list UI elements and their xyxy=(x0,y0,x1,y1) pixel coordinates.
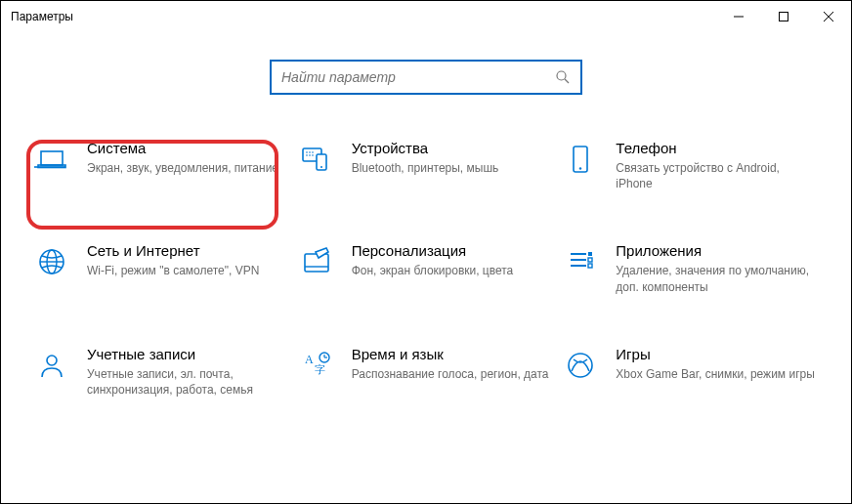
tile-title: Персонализация xyxy=(352,242,554,259)
search-area xyxy=(1,60,851,95)
tile-title: Приложения xyxy=(616,242,818,259)
tile-desc: Распознавание голоса, регион, дата xyxy=(352,366,554,382)
accounts-icon xyxy=(34,348,69,383)
tile-title: Учетные записи xyxy=(87,346,289,362)
tile-personalization[interactable]: Персонализация Фон, экран блокировки, цв… xyxy=(299,242,554,294)
svg-text:A: A xyxy=(305,353,314,366)
svg-point-17 xyxy=(312,154,314,156)
tile-system[interactable]: Система Экран, звук, уведомления, питани… xyxy=(34,140,289,191)
tile-desc: Экран, звук, уведомления, питание xyxy=(87,160,289,176)
tile-desc: Связать устройство с Android, iPhone xyxy=(616,160,818,191)
tile-title: Устройства xyxy=(352,140,554,156)
tile-desc: Bluetooth, принтеры, мышь xyxy=(352,160,554,176)
svg-rect-30 xyxy=(588,264,592,268)
tile-apps[interactable]: Приложения Удаление, значения по умолчан… xyxy=(563,242,818,294)
svg-point-12 xyxy=(306,151,308,153)
svg-point-31 xyxy=(47,356,57,365)
svg-point-11 xyxy=(320,166,322,168)
svg-rect-28 xyxy=(588,252,592,256)
settings-grid: Система Экран, звук, уведомления, питани… xyxy=(1,95,851,398)
svg-line-5 xyxy=(565,79,569,83)
devices-icon xyxy=(299,142,334,177)
laptop-icon xyxy=(34,142,69,177)
titlebar: Параметры xyxy=(1,1,851,32)
svg-point-19 xyxy=(579,167,581,169)
tile-desc: Учетные записи, эл. почта, синхронизация… xyxy=(87,366,289,398)
tile-accounts[interactable]: Учетные записи Учетные записи, эл. почта… xyxy=(34,346,289,398)
gaming-icon xyxy=(563,348,598,383)
apps-icon xyxy=(563,244,598,279)
tile-time-language[interactable]: A字 Время и язык Распознавание голоса, ре… xyxy=(299,346,554,398)
svg-point-13 xyxy=(309,151,311,153)
svg-point-37 xyxy=(569,354,592,377)
tile-gaming[interactable]: Игры Xbox Game Bar, снимки, режим игры xyxy=(563,346,818,398)
svg-rect-29 xyxy=(588,258,592,262)
svg-point-4 xyxy=(557,71,566,80)
minimize-button[interactable] xyxy=(716,1,761,32)
tile-desc: Xbox Game Bar, снимки, режим игры xyxy=(616,366,818,382)
svg-point-16 xyxy=(309,154,311,156)
tile-title: Система xyxy=(87,140,289,156)
search-icon xyxy=(555,69,571,85)
search-input[interactable] xyxy=(281,69,555,85)
tile-desc: Удаление, значения по умолчанию, доп. ко… xyxy=(616,263,818,294)
svg-point-14 xyxy=(312,151,314,153)
window-title: Параметры xyxy=(11,10,716,23)
maximize-button[interactable] xyxy=(761,1,806,32)
tile-desc: Wi-Fi, режим "в самолете", VPN xyxy=(87,263,289,278)
search-box[interactable] xyxy=(270,60,582,95)
tile-title: Телефон xyxy=(616,140,818,156)
globe-icon xyxy=(34,244,69,279)
svg-rect-1 xyxy=(780,13,788,21)
window-controls xyxy=(716,1,851,32)
svg-text:字: 字 xyxy=(315,363,325,375)
svg-rect-23 xyxy=(305,254,328,272)
personalization-icon xyxy=(299,244,334,279)
tile-title: Сеть и Интернет xyxy=(87,242,289,259)
tile-title: Время и язык xyxy=(352,346,554,362)
tile-title: Игры xyxy=(616,346,818,362)
tile-network[interactable]: Сеть и Интернет Wi-Fi, режим "в самолете… xyxy=(34,242,289,294)
tile-desc: Фон, экран блокировки, цвета xyxy=(352,263,554,278)
phone-icon xyxy=(563,142,598,177)
svg-rect-6 xyxy=(41,151,63,165)
tile-devices[interactable]: Устройства Bluetooth, принтеры, мышь xyxy=(299,140,554,191)
tile-phone[interactable]: Телефон Связать устройство с Android, iP… xyxy=(563,140,818,191)
time-language-icon: A字 xyxy=(299,348,334,383)
close-button[interactable] xyxy=(806,1,851,32)
svg-point-15 xyxy=(306,154,308,156)
